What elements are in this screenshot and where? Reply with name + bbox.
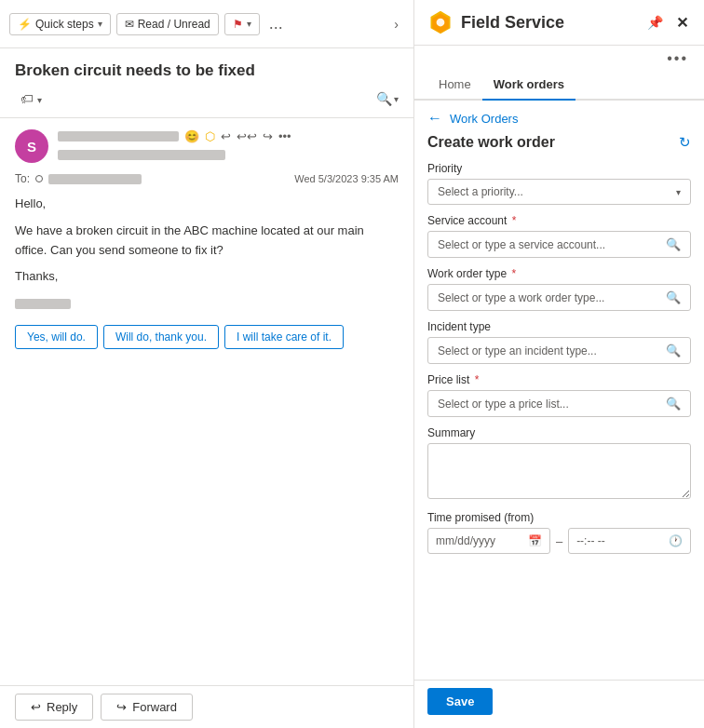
tab-home[interactable]: Home xyxy=(427,70,482,101)
priority-chevron-icon: ▾ xyxy=(676,187,681,197)
priority-select[interactable]: Select a priority... ▾ xyxy=(427,179,691,205)
price-list-required: * xyxy=(475,373,480,386)
priority-label: Priority xyxy=(427,162,691,175)
forward-label: Forward xyxy=(132,700,177,714)
quick-replies-area: Yes, will do. Will do, thank you. I will… xyxy=(15,325,399,349)
sender-name-redacted xyxy=(58,131,179,142)
save-row: Save xyxy=(414,680,704,728)
incident-type-placeholder: Select or type an incident type... xyxy=(438,344,597,357)
summary-label: Summary xyxy=(427,426,691,439)
price-list-field-group: Price list * Select or type a price list… xyxy=(427,373,691,417)
zoom-chevron-icon: ▾ xyxy=(394,94,399,104)
email-to-field: To: xyxy=(15,172,142,185)
email-subject: Broken circuit needs to be fixed xyxy=(15,61,399,80)
more-actions-button[interactable]: ... xyxy=(265,12,287,35)
incident-type-input[interactable]: Select or type an incident type... 🔍 xyxy=(427,337,691,364)
time-inputs-row: mm/dd/yyyy 📅 – --:-- -- 🕐 xyxy=(427,528,691,554)
email-toolbar: ⚡ Quick steps ▾ ✉ Read / Unread ⚑ ▾ ... … xyxy=(0,0,413,48)
email-actions-row: 🏷 ▾ 🔍 ▾ xyxy=(15,88,399,110)
zoom-icon: 🔍 xyxy=(376,91,392,106)
quick-reply-3[interactable]: I will take care of it. xyxy=(224,325,344,349)
email-to-row: To: Wed 5/3/2023 9:35 AM xyxy=(15,172,399,185)
time-promised-field-group: Time promised (from) mm/dd/yyyy 📅 – --:-… xyxy=(427,511,691,554)
back-nav-label: Work Orders xyxy=(450,112,518,126)
read-unread-button[interactable]: ✉ Read / Unread xyxy=(116,13,219,35)
reply-icon: ↩ xyxy=(221,129,231,143)
summary-textarea[interactable] xyxy=(427,443,691,499)
app-header: Field Service 📌 ✕ xyxy=(414,0,704,46)
reply-arrow-icon: ↩ xyxy=(31,700,41,714)
service-account-field-group: Service account * Select or type a servi… xyxy=(427,214,691,258)
recipient-name-redacted xyxy=(48,174,142,184)
back-arrow-icon: ← xyxy=(427,110,442,127)
zoom-button[interactable]: 🔍 ▾ xyxy=(376,91,399,106)
tag-button[interactable]: 🏷 ▾ xyxy=(15,88,47,110)
email-panel: ⚡ Quick steps ▾ ✉ Read / Unread ⚑ ▾ ... … xyxy=(0,0,414,728)
emoji-icon: 😊 xyxy=(184,129,199,143)
priority-field-group: Priority Select a priority... ▾ xyxy=(427,162,691,205)
right-panel: Field Service 📌 ✕ ••• Home Work orders ←… xyxy=(414,0,704,728)
quick-reply-1[interactable]: Yes, will do. xyxy=(15,325,98,349)
close-panel-button[interactable]: ✕ xyxy=(673,11,691,34)
price-list-search-icon: 🔍 xyxy=(666,397,681,411)
forward-button[interactable]: ↪ Forward xyxy=(101,694,193,721)
work-order-type-required: * xyxy=(512,267,517,280)
badge-icon: ⬡ xyxy=(205,129,215,143)
work-order-search-icon: 🔍 xyxy=(666,290,681,304)
refresh-button[interactable]: ↻ xyxy=(679,134,691,151)
clock-icon: 🕐 xyxy=(669,534,683,547)
save-button[interactable]: Save xyxy=(427,688,493,715)
quick-steps-label: Quick steps xyxy=(35,18,94,31)
sender-email-redacted xyxy=(58,150,225,160)
svg-point-2 xyxy=(437,19,445,27)
forward-icon: ↪ xyxy=(263,129,273,143)
time-placeholder: --:-- -- xyxy=(576,534,605,547)
email-meta: S 😊 ⬡ ↩ ↩↩ ↪ ••• xyxy=(15,129,399,163)
form-area: ← Work Orders Create work order ↻ Priori… xyxy=(414,101,704,680)
back-navigation[interactable]: ← Work Orders xyxy=(427,110,691,127)
field-service-app-icon xyxy=(427,9,454,35)
reply-button[interactable]: ↩ Reply xyxy=(15,694,93,721)
email-date: Wed 5/3/2023 9:35 AM xyxy=(294,173,399,184)
calendar-icon: 📅 xyxy=(528,534,542,547)
to-indicator xyxy=(35,175,43,182)
tag-chevron-icon: ▾ xyxy=(37,95,42,105)
sender-info: 😊 ⬡ ↩ ↩↩ ↪ ••• xyxy=(58,129,399,161)
work-order-type-input[interactable]: Select or type a work order type... 🔍 xyxy=(427,284,691,311)
lightning-icon: ⚡ xyxy=(18,18,32,31)
work-order-type-placeholder: Select or type a work order type... xyxy=(438,291,604,304)
to-label: To: xyxy=(15,172,30,185)
email-content: Hello, We have a broken circuit in the A… xyxy=(15,195,399,314)
quick-steps-button[interactable]: ⚡ Quick steps ▾ xyxy=(9,13,111,35)
form-title: Create work order xyxy=(427,134,555,151)
collapse-panel-button[interactable]: › xyxy=(388,13,404,35)
flag-icon: ⚑ xyxy=(233,18,243,31)
tab-work-orders[interactable]: Work orders xyxy=(482,70,575,101)
time-promised-label: Time promised (from) xyxy=(427,511,691,524)
email-greeting: Hello, xyxy=(15,195,399,214)
priority-placeholder: Select a priority... xyxy=(438,185,523,198)
quick-reply-2[interactable]: Will do, thank you. xyxy=(103,325,219,349)
sender-avatar: S xyxy=(15,129,48,163)
pin-button[interactable]: 📌 xyxy=(644,12,666,33)
price-list-input[interactable]: Select or type a price list... 🔍 xyxy=(427,390,691,417)
price-list-placeholder: Select or type a price list... xyxy=(438,398,569,411)
service-account-input[interactable]: Select or type a service account... 🔍 xyxy=(427,231,691,258)
date-placeholder: mm/dd/yyyy xyxy=(436,534,495,547)
time-input[interactable]: --:-- -- 🕐 xyxy=(568,528,691,554)
app-title: Field Service xyxy=(461,13,637,33)
reply-bar: ↩ Reply ↪ Forward xyxy=(0,685,413,728)
date-input[interactable]: mm/dd/yyyy 📅 xyxy=(427,528,550,554)
panel-more-button[interactable]: ••• xyxy=(664,47,691,70)
form-title-row: Create work order ↻ xyxy=(427,134,691,151)
panel-more-row: ••• xyxy=(414,46,704,70)
service-account-label: Service account * xyxy=(427,214,691,227)
summary-field-group: Summary xyxy=(427,426,691,502)
work-order-type-label: Work order type * xyxy=(427,267,691,280)
price-list-label: Price list * xyxy=(427,373,691,386)
time-separator: – xyxy=(556,534,562,548)
flag-button[interactable]: ⚑ ▾ xyxy=(224,13,260,35)
read-unread-label: Read / Unread xyxy=(138,18,210,31)
quicksteps-chevron-icon: ▾ xyxy=(98,19,102,29)
incident-type-field-group: Incident type Select or type an incident… xyxy=(427,320,691,364)
